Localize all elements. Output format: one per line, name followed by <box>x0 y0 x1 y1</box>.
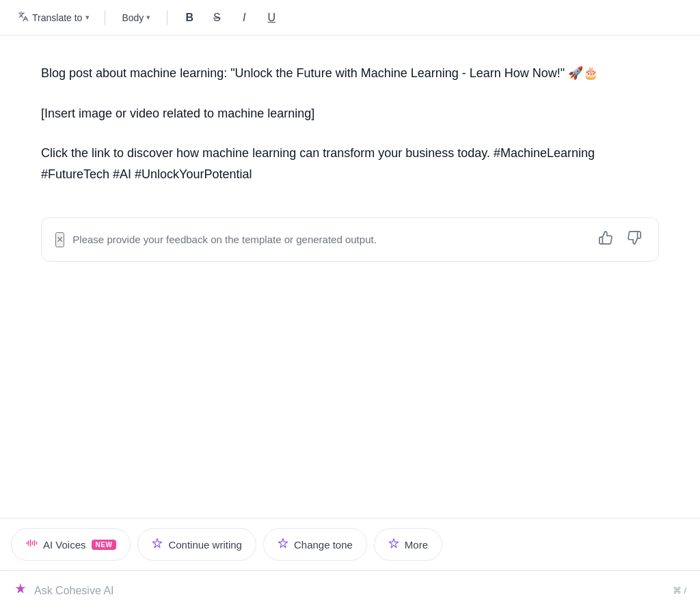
bottom-bar: AI Voices NEW Continue writing Change to… <box>0 518 700 610</box>
toolbar-divider <box>105 10 105 25</box>
toolbar: Translate to ▾ Body ▾ B S I U <box>0 0 700 36</box>
continue-writing-button[interactable]: Continue writing <box>137 528 256 561</box>
body-style-button[interactable]: Body ▾ <box>116 10 156 26</box>
more-button[interactable]: More <box>374 528 442 561</box>
translate-chevron-icon: ▾ <box>85 13 90 22</box>
sparkle-icon-continue <box>152 538 163 551</box>
action-buttons-row: AI Voices NEW Continue writing Change to… <box>0 518 700 571</box>
bold-button[interactable]: B <box>178 7 200 29</box>
ai-voices-button[interactable]: AI Voices NEW <box>11 528 131 561</box>
ask-sparkle-icon <box>14 582 27 599</box>
feedback-actions <box>595 229 645 250</box>
thumbs-down-icon <box>627 230 642 249</box>
slash-label: / <box>684 585 686 596</box>
thumbs-up-icon <box>598 230 613 249</box>
continue-writing-label: Continue writing <box>168 539 242 551</box>
blog-paragraph-2: [Insert image or video related to machin… <box>41 103 659 124</box>
cmd-label: ⌘ <box>673 585 682 596</box>
strikethrough-icon: S <box>213 12 221 24</box>
body-chevron-icon: ▾ <box>146 13 150 22</box>
feedback-box: × Please provide your feedback on the te… <box>41 217 659 262</box>
sparkle-icon-tone <box>278 538 288 551</box>
thumbs-up-button[interactable] <box>595 229 616 250</box>
blog-paragraph-3: Click the link to discover how machine l… <box>41 143 659 184</box>
ai-voices-label: AI Voices <box>43 539 86 551</box>
blog-content: Blog post about machine learning: "Unloc… <box>41 63 659 184</box>
translate-icon <box>18 11 29 24</box>
ask-placeholder: Ask Cohesive AI <box>34 585 666 597</box>
bold-icon: B <box>186 12 194 24</box>
change-tone-button[interactable]: Change tone <box>263 528 367 561</box>
ask-cohesive-row[interactable]: Ask Cohesive AI ⌘ / <box>0 571 700 610</box>
ai-voices-icon <box>25 537 38 552</box>
underline-icon: U <box>268 12 276 24</box>
underline-button[interactable]: U <box>260 7 282 29</box>
italic-button[interactable]: I <box>233 7 255 29</box>
sparkle-icon-more <box>388 538 399 551</box>
thumbs-down-button[interactable] <box>624 229 645 250</box>
close-icon: × <box>57 234 63 245</box>
strikethrough-button[interactable]: S <box>206 7 228 29</box>
new-badge: NEW <box>92 540 117 550</box>
feedback-text: Please provide your feedback on the temp… <box>72 234 587 245</box>
content-area: Blog post about machine learning: "Unloc… <box>0 36 700 217</box>
change-tone-label: Change tone <box>294 539 353 551</box>
translate-label: Translate to <box>32 12 82 23</box>
translate-button[interactable]: Translate to ▾ <box>14 8 94 27</box>
toolbar-divider-2 <box>167 10 167 25</box>
blog-paragraph-1: Blog post about machine learning: "Unloc… <box>41 63 659 84</box>
feedback-close-button[interactable]: × <box>55 232 64 247</box>
more-label: More <box>405 539 428 551</box>
keyboard-shortcut-badge: ⌘ / <box>673 585 686 596</box>
italic-icon: I <box>243 12 245 24</box>
body-label: Body <box>122 12 144 23</box>
